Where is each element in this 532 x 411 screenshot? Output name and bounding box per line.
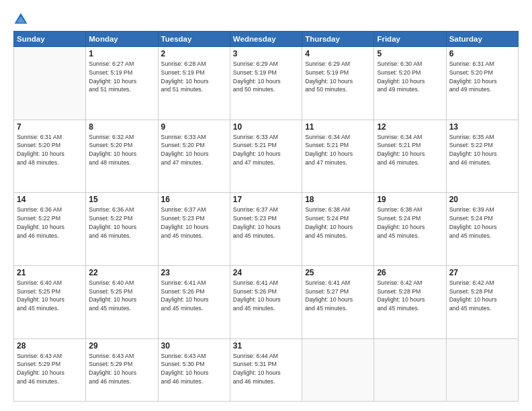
day-info: Sunrise: 6:34 AM Sunset: 5:21 PM Dayligh… bbox=[305, 133, 371, 167]
day-cell: 3Sunrise: 6:29 AM Sunset: 5:19 PM Daylig… bbox=[230, 47, 302, 120]
day-cell: 7Sunrise: 6:31 AM Sunset: 5:20 PM Daylig… bbox=[14, 120, 86, 193]
day-cell: 18Sunrise: 6:38 AM Sunset: 5:24 PM Dayli… bbox=[302, 193, 374, 266]
day-cell bbox=[14, 47, 86, 120]
day-info: Sunrise: 6:43 AM Sunset: 5:29 PM Dayligh… bbox=[89, 352, 154, 386]
day-cell: 21Sunrise: 6:40 AM Sunset: 5:25 PM Dayli… bbox=[14, 265, 86, 338]
day-cell: 11Sunrise: 6:34 AM Sunset: 5:21 PM Dayli… bbox=[302, 120, 374, 193]
day-info: Sunrise: 6:40 AM Sunset: 5:25 PM Dayligh… bbox=[89, 279, 154, 313]
day-info: Sunrise: 6:31 AM Sunset: 5:20 PM Dayligh… bbox=[17, 133, 83, 167]
day-info: Sunrise: 6:29 AM Sunset: 5:19 PM Dayligh… bbox=[233, 60, 299, 94]
day-number: 17 bbox=[233, 195, 299, 204]
day-cell: 22Sunrise: 6:40 AM Sunset: 5:25 PM Dayli… bbox=[86, 265, 158, 338]
day-cell: 20Sunrise: 6:39 AM Sunset: 5:24 PM Dayli… bbox=[446, 193, 518, 266]
day-info: Sunrise: 6:43 AM Sunset: 5:29 PM Dayligh… bbox=[17, 352, 83, 386]
day-info: Sunrise: 6:38 AM Sunset: 5:24 PM Dayligh… bbox=[305, 205, 371, 240]
day-cell: 25Sunrise: 6:41 AM Sunset: 5:27 PM Dayli… bbox=[302, 265, 374, 338]
day-number: 16 bbox=[161, 195, 227, 204]
logo-icon bbox=[13, 12, 28, 27]
day-cell: 12Sunrise: 6:34 AM Sunset: 5:21 PM Dayli… bbox=[374, 120, 446, 193]
day-number: 27 bbox=[449, 268, 515, 277]
day-info: Sunrise: 6:30 AM Sunset: 5:20 PM Dayligh… bbox=[377, 60, 443, 94]
week-row-4: 21Sunrise: 6:40 AM Sunset: 5:25 PM Dayli… bbox=[14, 265, 519, 338]
header-cell-sunday: Sunday bbox=[14, 32, 86, 47]
header-cell-tuesday: Tuesday bbox=[158, 32, 230, 47]
day-info: Sunrise: 6:33 AM Sunset: 5:20 PM Dayligh… bbox=[161, 133, 227, 167]
day-number: 12 bbox=[377, 122, 443, 132]
calendar-table: SundayMondayTuesdayWednesdayThursdayFrid… bbox=[13, 31, 519, 402]
day-cell: 1Sunrise: 6:27 AM Sunset: 5:19 PM Daylig… bbox=[86, 47, 158, 120]
week-row-1: 1Sunrise: 6:27 AM Sunset: 5:19 PM Daylig… bbox=[14, 47, 519, 120]
day-cell bbox=[446, 338, 518, 402]
header-cell-wednesday: Wednesday bbox=[230, 32, 302, 47]
day-info: Sunrise: 6:42 AM Sunset: 5:28 PM Dayligh… bbox=[377, 279, 443, 313]
day-number: 6 bbox=[449, 49, 515, 58]
day-cell bbox=[302, 338, 374, 402]
day-number: 15 bbox=[89, 195, 154, 204]
day-number: 31 bbox=[233, 341, 299, 351]
day-number: 10 bbox=[233, 122, 299, 132]
day-cell: 23Sunrise: 6:41 AM Sunset: 5:26 PM Dayli… bbox=[158, 265, 230, 338]
day-number: 22 bbox=[89, 268, 154, 277]
day-cell: 17Sunrise: 6:37 AM Sunset: 5:23 PM Dayli… bbox=[230, 193, 302, 266]
day-info: Sunrise: 6:29 AM Sunset: 5:19 PM Dayligh… bbox=[305, 60, 371, 94]
day-info: Sunrise: 6:37 AM Sunset: 5:23 PM Dayligh… bbox=[161, 205, 227, 240]
day-cell bbox=[374, 338, 446, 402]
day-number: 2 bbox=[161, 49, 227, 58]
day-number: 20 bbox=[449, 195, 515, 204]
header-cell-monday: Monday bbox=[86, 32, 158, 47]
day-number: 29 bbox=[89, 341, 154, 351]
day-info: Sunrise: 6:42 AM Sunset: 5:28 PM Dayligh… bbox=[449, 279, 515, 313]
day-cell: 24Sunrise: 6:41 AM Sunset: 5:26 PM Dayli… bbox=[230, 265, 302, 338]
page: SundayMondayTuesdayWednesdayThursdayFrid… bbox=[0, 0, 532, 411]
day-cell: 5Sunrise: 6:30 AM Sunset: 5:20 PM Daylig… bbox=[374, 47, 446, 120]
day-info: Sunrise: 6:31 AM Sunset: 5:20 PM Dayligh… bbox=[449, 60, 515, 94]
week-row-3: 14Sunrise: 6:36 AM Sunset: 5:22 PM Dayli… bbox=[14, 193, 519, 266]
day-info: Sunrise: 6:36 AM Sunset: 5:22 PM Dayligh… bbox=[17, 205, 83, 240]
day-info: Sunrise: 6:27 AM Sunset: 5:19 PM Dayligh… bbox=[89, 60, 154, 94]
day-cell: 27Sunrise: 6:42 AM Sunset: 5:28 PM Dayli… bbox=[446, 265, 518, 338]
day-number: 5 bbox=[377, 49, 443, 58]
day-cell: 14Sunrise: 6:36 AM Sunset: 5:22 PM Dayli… bbox=[14, 193, 86, 266]
header-cell-thursday: Thursday bbox=[302, 32, 374, 47]
day-info: Sunrise: 6:43 AM Sunset: 5:30 PM Dayligh… bbox=[161, 352, 227, 386]
day-number: 3 bbox=[233, 49, 299, 58]
week-row-5: 28Sunrise: 6:43 AM Sunset: 5:29 PM Dayli… bbox=[14, 338, 519, 402]
day-cell: 30Sunrise: 6:43 AM Sunset: 5:30 PM Dayli… bbox=[158, 338, 230, 402]
day-info: Sunrise: 6:36 AM Sunset: 5:22 PM Dayligh… bbox=[89, 205, 154, 240]
day-cell: 6Sunrise: 6:31 AM Sunset: 5:20 PM Daylig… bbox=[446, 47, 518, 120]
day-number: 4 bbox=[305, 49, 371, 58]
week-row-2: 7Sunrise: 6:31 AM Sunset: 5:20 PM Daylig… bbox=[14, 120, 519, 193]
day-number: 24 bbox=[233, 268, 299, 277]
day-cell: 15Sunrise: 6:36 AM Sunset: 5:22 PM Dayli… bbox=[86, 193, 158, 266]
header bbox=[13, 12, 519, 27]
day-info: Sunrise: 6:28 AM Sunset: 5:19 PM Dayligh… bbox=[161, 60, 227, 94]
day-number: 18 bbox=[305, 195, 371, 204]
day-cell: 13Sunrise: 6:35 AM Sunset: 5:22 PM Dayli… bbox=[446, 120, 518, 193]
day-info: Sunrise: 6:38 AM Sunset: 5:24 PM Dayligh… bbox=[377, 205, 443, 240]
day-number: 1 bbox=[89, 49, 154, 58]
day-cell: 4Sunrise: 6:29 AM Sunset: 5:19 PM Daylig… bbox=[302, 47, 374, 120]
day-number: 23 bbox=[161, 268, 227, 277]
day-number: 25 bbox=[305, 268, 371, 277]
day-info: Sunrise: 6:37 AM Sunset: 5:23 PM Dayligh… bbox=[233, 205, 299, 240]
day-number: 14 bbox=[17, 195, 83, 204]
logo bbox=[13, 12, 31, 27]
day-number: 11 bbox=[305, 122, 371, 132]
day-number: 26 bbox=[377, 268, 443, 277]
day-cell: 31Sunrise: 6:44 AM Sunset: 5:31 PM Dayli… bbox=[230, 338, 302, 402]
day-number: 28 bbox=[17, 341, 83, 351]
day-cell: 10Sunrise: 6:33 AM Sunset: 5:21 PM Dayli… bbox=[230, 120, 302, 193]
day-info: Sunrise: 6:40 AM Sunset: 5:25 PM Dayligh… bbox=[17, 279, 83, 313]
day-info: Sunrise: 6:34 AM Sunset: 5:21 PM Dayligh… bbox=[377, 133, 443, 167]
day-info: Sunrise: 6:44 AM Sunset: 5:31 PM Dayligh… bbox=[233, 352, 299, 386]
day-cell: 2Sunrise: 6:28 AM Sunset: 5:19 PM Daylig… bbox=[158, 47, 230, 120]
day-cell: 9Sunrise: 6:33 AM Sunset: 5:20 PM Daylig… bbox=[158, 120, 230, 193]
day-number: 30 bbox=[161, 341, 227, 351]
day-number: 19 bbox=[377, 195, 443, 204]
day-info: Sunrise: 6:33 AM Sunset: 5:21 PM Dayligh… bbox=[233, 133, 299, 167]
day-number: 13 bbox=[449, 122, 515, 132]
day-cell: 28Sunrise: 6:43 AM Sunset: 5:29 PM Dayli… bbox=[14, 338, 86, 402]
day-info: Sunrise: 6:41 AM Sunset: 5:27 PM Dayligh… bbox=[305, 279, 371, 313]
day-info: Sunrise: 6:39 AM Sunset: 5:24 PM Dayligh… bbox=[449, 205, 515, 240]
day-number: 7 bbox=[17, 122, 83, 132]
